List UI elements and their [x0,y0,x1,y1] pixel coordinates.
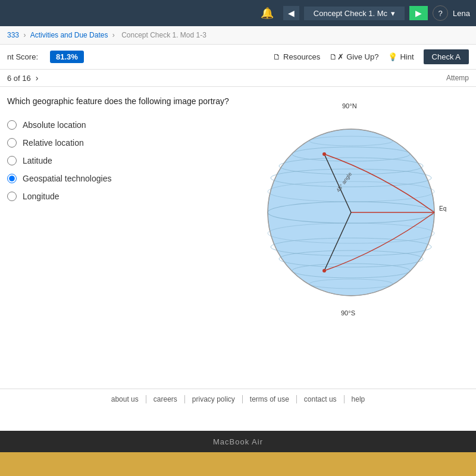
top-nav-bar: 🔔 ◀ Concept Check 1. Mc ▾ ▶ ? Lena [0,0,476,26]
footer-contact[interactable]: contact us [297,395,345,403]
score-label: nt Score: [7,52,38,61]
option-label-1: Absolute location [23,120,86,130]
footer-about[interactable]: about us [104,395,146,403]
user-name: Lena [453,9,470,18]
folder-icon: 🗋 [273,52,281,61]
nav-forward-icon[interactable]: › [36,73,39,83]
breadcrumb-current: Concept Check 1. Mod 1-3 [121,31,206,39]
radio-latitude[interactable] [7,156,17,165]
giveup-button[interactable]: 🗋✗ Give Up? [330,52,378,61]
answer-options: Absolute location Relative location Lati… [7,120,233,201]
nav-buttons: ◀ [283,6,299,20]
help-button[interactable]: ? [433,5,448,21]
option-label-5: Longitude [23,192,60,201]
globe-container: 90°N 45°N 30°N 15°N 0° 15°S 30°S 45°S 90… [256,96,458,334]
radio-absolute-location[interactable] [7,120,17,130]
radio-geospatial[interactable] [7,174,17,183]
breadcrumb: 333 › Activities and Due Dates › Concept… [0,26,476,45]
footer-help[interactable]: help [345,395,372,403]
bell-icon[interactable]: 🔔 [256,4,278,22]
svg-point-18 [322,269,326,273]
hint-button[interactable]: 💡 Hint [388,52,414,61]
option-geospatial[interactable]: Geospatial technologies [7,174,233,183]
option-absolute-location[interactable]: Absolute location [7,120,233,130]
score-value: 81.3% [50,51,84,63]
radio-longitude[interactable] [7,192,17,201]
question-position: 6 of 16 › [7,73,38,83]
attempt-info: Attemp [446,74,469,82]
question-text: Which geographic feature does the follow… [7,96,233,106]
breadcrumb-link-1[interactable]: 333 [7,31,19,39]
giveup-icon: 🗋✗ [330,52,344,61]
score-bar: nt Score: 81.3% 🗋 Resources 🗋✗ Give Up? … [0,45,476,70]
back-button[interactable]: ◀ [283,6,299,20]
radio-relative-location[interactable] [7,138,17,148]
svg-point-17 [322,152,326,156]
top-90n-label: 90°N [342,102,357,109]
question-body: Which geographic feature does the follow… [0,87,476,344]
footer-terms[interactable]: terms of use [243,395,297,403]
equator-label: Equator [439,205,446,212]
globe-svg: 90°N 45°N 30°N 15°N 0° 15°S 30°S 45°S 90… [256,96,446,328]
resources-button[interactable]: 🗋 Resources [273,52,320,61]
action-buttons: 🗋 Resources 🗋✗ Give Up? 💡 Hint Check A [273,49,469,64]
option-label-4: Geospatial technologies [23,174,111,183]
option-relative-location[interactable]: Relative location [7,138,233,148]
option-latitude[interactable]: Latitude [7,156,233,165]
main-content: 333 › Activities and Due Dates › Concept… [0,26,476,431]
macbook-bar: MacBook Air [0,431,476,452]
option-label-2: Relative location [23,138,84,148]
check-button[interactable]: Check A [424,49,469,64]
forward-button[interactable]: ▶ [409,6,428,20]
bottom-90s-label: 90°S [341,309,355,317]
option-longitude[interactable]: Longitude [7,192,233,201]
footer-careers[interactable]: careers [146,395,185,403]
question-left-panel: Which geographic feature does the follow… [7,96,233,334]
option-label-3: Latitude [23,156,52,165]
question-nav: 6 of 16 › Attemp [0,70,476,87]
hint-icon: 💡 [388,52,397,61]
concept-title: Concept Check 1. Mc ▾ [304,7,405,20]
footer-privacy[interactable]: privacy policy [185,395,243,403]
breadcrumb-link-2[interactable]: Activities and Due Dates [30,31,108,39]
globe-diagram: 90°N 45°N 30°N 15°N 0° 15°S 30°S 45°S 90… [245,96,469,334]
footer: about us careers privacy policy terms of… [0,389,476,409]
